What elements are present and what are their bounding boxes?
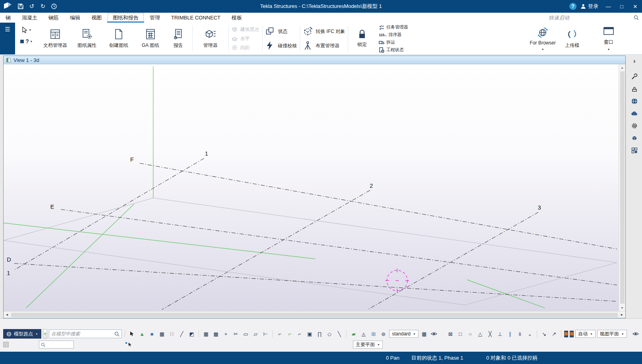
snap-center-icon[interactable]: ○ (466, 330, 474, 338)
convert-ifc-button[interactable]: 转换 IFC 对象 (303, 27, 345, 36)
tab-drawings-reports[interactable]: 图纸和报告 (107, 13, 144, 23)
tab-steel[interactable]: 钢 (0, 13, 16, 23)
quick-launch-input[interactable] (549, 15, 631, 21)
minimize-button[interactable]: — (602, 0, 614, 12)
settings-gear-icon[interactable] (630, 122, 638, 130)
view-panel-icon[interactable]: ▣ (305, 330, 314, 338)
diagonal-line-icon[interactable]: ╲ (335, 330, 343, 338)
tab-edit[interactable]: 编辑 (64, 13, 86, 23)
create-drawing-button[interactable]: 创建图纸 (104, 23, 134, 54)
selection-area-icon[interactable]: ▭ (241, 330, 250, 338)
snap-grid-points-icon[interactable]: ▦ (158, 330, 166, 338)
login-button[interactable]: 登录 (578, 3, 601, 10)
drawing-properties-button[interactable]: 图纸属性 (72, 23, 102, 54)
grid-display-icon[interactable]: ▦ (202, 330, 210, 338)
snap-any-points-icon[interactable]: ∷ (168, 330, 176, 338)
tab-template[interactable]: 模板 (226, 13, 247, 23)
save-icon[interactable] (15, 1, 26, 12)
snap-point-icon[interactable]: □ (456, 330, 465, 338)
vertical-scroll-thumb[interactable] (620, 71, 625, 304)
locked-direction-icon[interactable]: ↗ (550, 330, 558, 338)
model-search-input[interactable] (51, 331, 113, 337)
for-browser-button[interactable]: For Browser ▾ (526, 23, 559, 54)
snap-intersection-icon[interactable]: ╳ (486, 330, 494, 338)
triangle-marker-icon[interactable]: ◬ (359, 330, 368, 338)
layout-manager-button[interactable]: 布置管理器 (303, 41, 345, 50)
undo-icon[interactable]: ↺ (26, 1, 37, 12)
plane-visibility-eye-icon[interactable] (632, 330, 640, 338)
quick-launch[interactable] (549, 13, 642, 23)
shipping-button[interactable]: 拆运 (379, 39, 408, 45)
scroll-up-arrow[interactable]: ▲ (619, 64, 626, 71)
expand-pane-chevron-icon[interactable]: › (630, 57, 638, 65)
horizontal-scrollbar[interactable]: ◀ ▶ (4, 311, 625, 318)
components-icon[interactable] (630, 146, 638, 154)
document-manager-button[interactable]: 文档管理器 (40, 23, 70, 54)
report-button[interactable]: 报告 (167, 23, 189, 54)
project-status-button[interactable]: 工程状态 (379, 47, 408, 53)
view-plane-dropdown[interactable]: 视图平面 ▼ (597, 330, 627, 338)
status-button[interactable]: 状态 (265, 27, 297, 36)
fine-grid-icon[interactable]: ▩ (212, 330, 220, 338)
model-origin-dropdown[interactable]: 模型原点 ▼ (3, 329, 41, 339)
diamond-handle-icon[interactable]: ◇ (325, 330, 334, 338)
sorter-button[interactable]: 123... 排序器 (379, 32, 408, 38)
model-cube-icon[interactable] (630, 134, 638, 142)
close-button[interactable]: ✕ (629, 0, 641, 12)
auto-dropdown[interactable]: 自动 ▼ (575, 330, 596, 338)
snap-plane-auto-icon[interactable]: ⌐ (276, 330, 284, 338)
main-menu-button[interactable]: ☰ (0, 23, 15, 54)
tab-rebar[interactable]: 钢筋 (43, 13, 64, 23)
snap-reference-points-icon[interactable]: ▲ (138, 330, 146, 338)
render-face-icon[interactable]: ▰ (349, 330, 358, 338)
enter-numeric-location-icon[interactable]: ↘ (540, 330, 548, 338)
maximize-button[interactable]: □ (616, 0, 628, 12)
organizer-button[interactable]: 管理器 (195, 23, 226, 54)
scroll-right-arrow[interactable]: ▶ (619, 312, 625, 318)
snap-plane-xy-icon[interactable]: ⌐ (285, 330, 294, 338)
origin-marker-icon[interactable]: + (222, 330, 230, 338)
cut-plane-icon[interactable]: ✂ (231, 330, 240, 338)
snap-solid-icon[interactable]: ◩ (187, 330, 196, 338)
applications-icon[interactable] (630, 85, 638, 93)
snap-midpoint-icon[interactable]: △ (476, 330, 484, 338)
snap-plane-view-icon[interactable]: ⌐ (295, 330, 304, 338)
lock-button[interactable]: 锁定 (351, 23, 373, 54)
work-plane-icon[interactable]: ▱ (251, 330, 260, 338)
ga-drawing-button[interactable]: GA 图纸 (135, 23, 166, 54)
scroll-left-arrow[interactable]: ◀ (4, 312, 10, 318)
properties-wrench-icon[interactable] (630, 73, 638, 81)
ortho-toggle-icon[interactable] (564, 331, 568, 337)
tekla-online-globe-icon[interactable] (630, 97, 638, 105)
snap-perpendicular-icon[interactable]: ⊥ (496, 330, 504, 338)
help-icon[interactable]: ? (569, 3, 576, 10)
snap-parallel-icon[interactable]: ∥ (506, 330, 514, 338)
snap-more-chevron[interactable]: ⌄ (526, 330, 534, 338)
horizontal-scroll-thumb[interactable] (11, 313, 618, 317)
cloud-icon[interactable] (630, 110, 638, 117)
task-manager-button[interactable]: 任务管理器 (379, 24, 408, 30)
rings-icon[interactable]: ⊚ (379, 330, 388, 338)
secondary-search-input[interactable] (47, 342, 72, 347)
component-grid-icon[interactable]: ⊞ (369, 330, 378, 338)
select-tool[interactable]: ▾ (21, 27, 31, 33)
measure-icon[interactable]: ⊢ (261, 330, 270, 338)
history-clock-icon[interactable] (48, 1, 60, 12)
rotation-anchor-icon[interactable] (570, 331, 574, 337)
scroll-down-arrow[interactable]: ▼ (619, 304, 626, 311)
grid-options-icon[interactable]: ▦ (420, 330, 428, 338)
view-titlebar[interactable]: View 1 - 3d (4, 56, 625, 64)
tab-trimble-connect[interactable]: TRIMBLE CONNECT (166, 13, 226, 23)
snap-nearest-icon[interactable]: x̄ (516, 330, 524, 338)
clash-check-button[interactable]: 碰撞校核 (265, 41, 297, 50)
upload-model-button[interactable]: 上传模 (561, 23, 583, 54)
snap-geometry-points-icon[interactable]: ■ (148, 330, 156, 338)
tab-view[interactable]: 视图 (86, 13, 107, 23)
window-button[interactable]: 窗口 ▾ (596, 23, 621, 54)
profile-icon[interactable]: ∏ (315, 330, 324, 338)
secondary-search-box[interactable] (39, 341, 74, 349)
redo-icon[interactable]: ↻ (37, 1, 48, 12)
model-canvas[interactable]: F E D 1 2 3 1 (4, 64, 619, 311)
select-cursor-icon[interactable] (128, 330, 136, 338)
visibility-eye-icon[interactable] (430, 330, 438, 338)
